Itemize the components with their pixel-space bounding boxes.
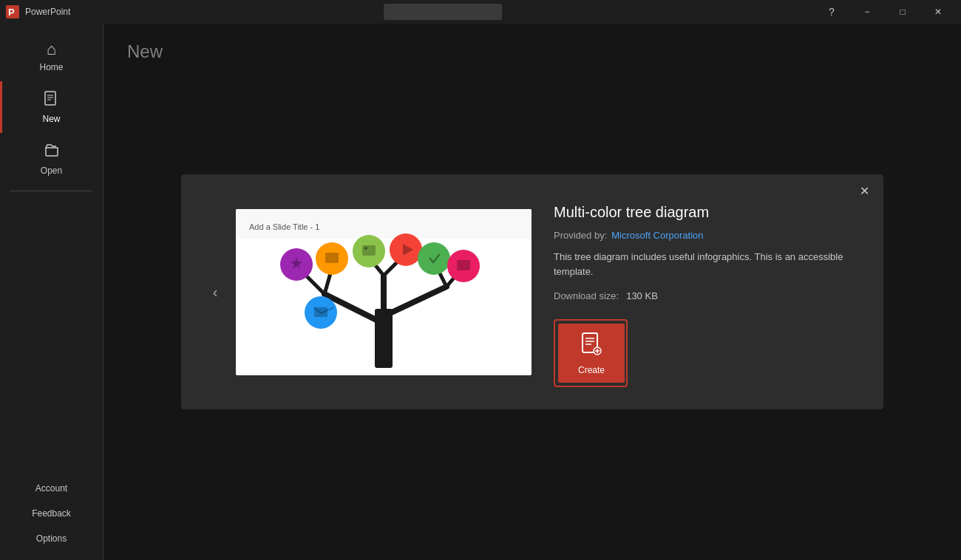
sidebar-divider bbox=[10, 191, 92, 191]
svg-rect-29 bbox=[457, 260, 470, 270]
svg-rect-26 bbox=[325, 253, 339, 263]
sidebar-label-open: Open bbox=[41, 165, 62, 176]
sidebar-label-new: New bbox=[42, 114, 60, 124]
create-button-icon bbox=[581, 332, 602, 361]
svg-text:P: P bbox=[8, 7, 15, 18]
app-icon: P bbox=[6, 5, 19, 18]
sidebar-bottom: Account Feedback Options bbox=[0, 476, 103, 560]
svg-line-13 bbox=[384, 261, 398, 276]
download-label: Download size: bbox=[554, 290, 619, 301]
sidebar: ⌂ Home New Open bbox=[0, 24, 103, 560]
provided-by: Provided by: Microsoft Corporation bbox=[554, 230, 861, 241]
create-button[interactable]: Create bbox=[558, 324, 625, 383]
modal-close-button[interactable]: ✕ bbox=[855, 182, 873, 199]
download-value: 130 KB bbox=[626, 290, 658, 301]
minimize-button[interactable]: − bbox=[850, 0, 884, 24]
provided-by-label: Provided by: bbox=[554, 230, 607, 241]
sidebar-item-open[interactable]: Open bbox=[0, 133, 103, 185]
create-button-wrapper: Create bbox=[554, 319, 628, 387]
svg-line-8 bbox=[384, 287, 446, 316]
titlebar: P PowerPoint ? − □ ✕ bbox=[0, 0, 961, 24]
template-preview: Add a Slide Title - 1 bbox=[236, 209, 532, 375]
sidebar-item-account[interactable]: Account bbox=[0, 476, 103, 501]
svg-point-25 bbox=[364, 247, 367, 250]
modal-overlay: ✕ ‹ Add a Slide Title - 1 bbox=[103, 24, 961, 560]
template-info: Multi-color tree diagram Provided by: Mi… bbox=[554, 197, 861, 387]
app-title: PowerPoint bbox=[25, 7, 70, 17]
help-icon[interactable]: ? bbox=[815, 0, 849, 24]
search-box[interactable] bbox=[384, 4, 502, 20]
sidebar-item-home[interactable]: ⌂ Home bbox=[0, 31, 103, 81]
svg-point-21 bbox=[418, 242, 450, 275]
sidebar-label-home: Home bbox=[39, 62, 63, 72]
open-icon bbox=[44, 142, 60, 163]
svg-rect-2 bbox=[45, 92, 55, 105]
new-icon bbox=[44, 90, 60, 111]
download-size: Download size: 130 KB bbox=[554, 290, 861, 301]
tree-diagram bbox=[258, 228, 509, 375]
svg-rect-24 bbox=[362, 245, 376, 256]
provided-by-value[interactable]: Microsoft Corporation bbox=[611, 230, 703, 241]
template-preview-area: ‹ Add a Slide Title - 1 bbox=[203, 197, 532, 387]
template-name: Multi-color tree diagram bbox=[554, 204, 861, 221]
prev-arrow[interactable]: ‹ bbox=[203, 280, 227, 304]
titlebar-center bbox=[70, 4, 815, 20]
home-icon: ⌂ bbox=[47, 40, 56, 59]
template-description: This tree diagram includes useful infogr… bbox=[554, 250, 861, 279]
titlebar-left: P PowerPoint bbox=[6, 5, 70, 18]
sidebar-item-new[interactable]: New bbox=[0, 81, 103, 133]
sidebar-item-feedback[interactable]: Feedback bbox=[0, 501, 103, 526]
close-button[interactable]: ✕ bbox=[921, 0, 955, 24]
modal-body: ‹ Add a Slide Title - 1 bbox=[181, 174, 883, 409]
template-modal: ✕ ‹ Add a Slide Title - 1 bbox=[181, 174, 883, 409]
create-button-label: Create bbox=[578, 365, 605, 375]
main-layout: ⌂ Home New Open bbox=[0, 24, 961, 560]
sidebar-item-options[interactable]: Options bbox=[0, 526, 103, 551]
titlebar-right: ? − □ ✕ bbox=[815, 0, 955, 24]
maximize-button[interactable]: □ bbox=[886, 0, 920, 24]
content-area: New ✕ ‹ Add a Slide Title - 1 bbox=[103, 24, 961, 560]
